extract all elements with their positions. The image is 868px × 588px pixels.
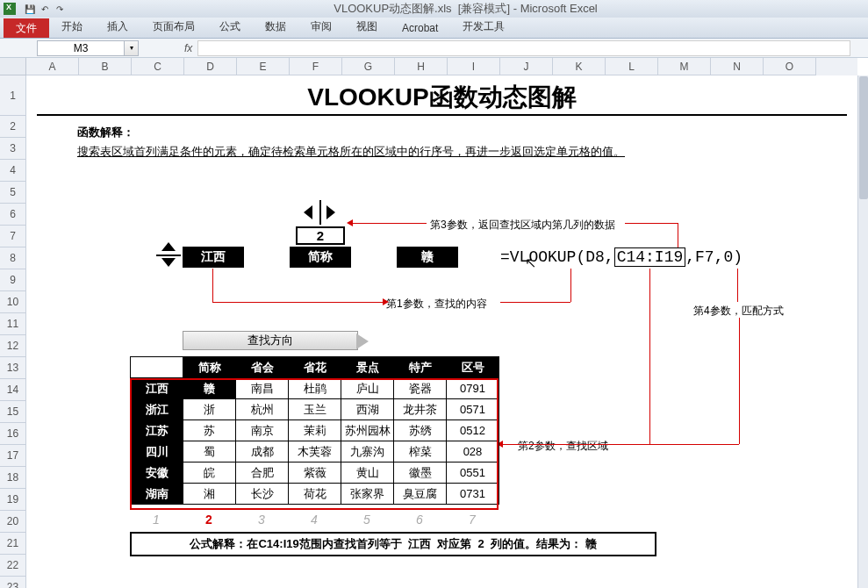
quick-access-toolbar: 💾 ↶ ↷ bbox=[23, 2, 67, 16]
formula-bar[interactable] bbox=[197, 40, 850, 56]
spin-left-icon[interactable] bbox=[304, 205, 312, 219]
table-header: 景点 bbox=[341, 357, 394, 378]
fx-buttons: fx bbox=[181, 42, 192, 54]
col-header[interactable]: H bbox=[395, 58, 448, 75]
row-header[interactable]: 2 bbox=[0, 116, 26, 138]
row-header[interactable]: 10 bbox=[0, 291, 26, 313]
row-header[interactable]: 1 bbox=[0, 75, 26, 116]
direction-arrow-icon bbox=[356, 333, 369, 349]
direction-label: 查找方向 bbox=[183, 331, 358, 350]
lookup-table: 简称 省会 省花 景点 特产 区号 江西 赣 南昌杜鹃庐山瓷器0791 浙江浙杭… bbox=[130, 356, 499, 505]
row-header[interactable]: 7 bbox=[0, 226, 26, 247]
cursor-icon: ↖ bbox=[525, 255, 536, 271]
tab-view[interactable]: 视图 bbox=[344, 16, 390, 38]
row-header[interactable]: 21 bbox=[0, 533, 26, 555]
result-explanation: 公式解释：在C14:I19范围内查找首列等于 江西 对应第 2 列的值。结果为：… bbox=[130, 532, 656, 556]
page-title: VLOOKUP函数动态图解 bbox=[37, 75, 847, 116]
tab-data[interactable]: 数据 bbox=[253, 16, 298, 38]
table-header: 省花 bbox=[289, 357, 341, 378]
tab-page-layout[interactable]: 页面布局 bbox=[140, 16, 207, 38]
column-numbers: 1 2 3 4 5 6 7 bbox=[130, 513, 499, 527]
save-icon[interactable]: 💾 bbox=[23, 2, 37, 16]
row-header[interactable]: 16 bbox=[0, 423, 26, 445]
row-headers: 1 2 3 4 5 6 7 8 9 10 11 12 13 14 15 16 1… bbox=[0, 75, 26, 588]
anno-param3: 第3参数，返回查找区域内第几列的数据 bbox=[430, 218, 615, 233]
spin-down-icon[interactable] bbox=[161, 258, 176, 267]
table-row: 浙江浙杭州玉兰西湖龙井茶0571 bbox=[131, 399, 499, 420]
redo-icon[interactable]: ↷ bbox=[53, 2, 67, 16]
row-header[interactable]: 15 bbox=[0, 401, 26, 423]
vertical-scrollbar[interactable] bbox=[857, 75, 868, 588]
tab-home[interactable]: 开始 bbox=[49, 16, 95, 38]
col-header[interactable]: K bbox=[553, 58, 606, 75]
col-header[interactable]: E bbox=[237, 58, 290, 75]
name-box[interactable]: M3 bbox=[37, 40, 125, 56]
row-header[interactable]: 3 bbox=[0, 138, 26, 160]
anno-param1: 第1参数，查找的内容 bbox=[386, 297, 487, 312]
table-row: 安徽皖合肥紫薇黄山徽墨0551 bbox=[131, 463, 499, 484]
table-header: 简称 bbox=[183, 357, 236, 378]
tab-acrobat[interactable]: Acrobat bbox=[390, 18, 450, 38]
select-all-corner[interactable] bbox=[0, 58, 26, 75]
result-value-box: 赣 bbox=[397, 247, 458, 268]
col-header[interactable]: D bbox=[184, 58, 237, 75]
fx-icon[interactable]: fx bbox=[184, 42, 192, 54]
scrollbar-thumb[interactable] bbox=[859, 76, 868, 199]
row-header[interactable]: 4 bbox=[0, 160, 26, 182]
col-header[interactable]: J bbox=[500, 58, 553, 75]
param1-value: 江西 bbox=[183, 247, 244, 268]
spinner-divider-v bbox=[319, 200, 321, 225]
file-tab[interactable]: 文件 bbox=[4, 18, 49, 38]
ribbon: 文件 开始 插入 页面布局 公式 数据 审阅 视图 Acrobat 开发工具 bbox=[0, 18, 868, 39]
col-header[interactable]: A bbox=[26, 58, 79, 75]
col-header[interactable]: M bbox=[658, 58, 711, 75]
row-header[interactable]: 17 bbox=[0, 445, 26, 467]
window-title: VLOOKUP动态图解.xls [兼容模式] - Microsoft Excel bbox=[67, 1, 864, 17]
col-header[interactable]: G bbox=[342, 58, 395, 75]
excel-icon bbox=[4, 3, 16, 15]
tab-developer[interactable]: 开发工具 bbox=[450, 16, 517, 38]
tab-formulas[interactable]: 公式 bbox=[207, 16, 253, 38]
anno-param2: 第2参数，查找区域 bbox=[518, 439, 608, 454]
table-header: 区号 bbox=[447, 357, 499, 378]
spreadsheet-grid: A B C D E F G H I J K L M N O 1 2 3 4 5 … bbox=[0, 58, 868, 588]
sheet-canvas[interactable]: VLOOKUP函数动态图解 函数解释： 搜索表区域首列满足条件的元素，确定待检索… bbox=[26, 75, 857, 588]
undo-icon[interactable]: ↶ bbox=[38, 2, 52, 16]
table-header bbox=[131, 357, 183, 378]
tab-insert[interactable]: 插入 bbox=[95, 16, 140, 38]
row-header[interactable]: 12 bbox=[0, 335, 26, 357]
row-header[interactable]: 9 bbox=[0, 269, 26, 291]
col-header[interactable]: C bbox=[132, 58, 184, 75]
row-header[interactable]: 11 bbox=[0, 313, 26, 335]
row-header[interactable]: 13 bbox=[0, 357, 26, 379]
tab-review[interactable]: 审阅 bbox=[298, 16, 344, 38]
spin-up-icon[interactable] bbox=[161, 242, 176, 251]
column-headers: A B C D E F G H I J K L M N O bbox=[26, 58, 857, 75]
row-header[interactable]: 14 bbox=[0, 379, 26, 401]
col-header[interactable]: F bbox=[290, 58, 342, 75]
col-header[interactable]: I bbox=[448, 58, 500, 75]
section-text: 搜索表区域首列满足条件的元素，确定待检索单元格所在的区域中的行序号，再进一步返回… bbox=[77, 144, 857, 160]
col-header[interactable]: O bbox=[764, 58, 816, 75]
section-label: 函数解释： bbox=[77, 125, 857, 140]
col-header[interactable]: N bbox=[711, 58, 764, 75]
row-header[interactable]: 20 bbox=[0, 511, 26, 533]
row-header[interactable]: 23 bbox=[0, 577, 26, 588]
table-row: 江西 赣 南昌杜鹃庐山瓷器0791 bbox=[131, 378, 499, 399]
table-header: 省会 bbox=[236, 357, 289, 378]
name-box-dropdown[interactable]: ▾ bbox=[125, 40, 139, 56]
row-header[interactable]: 18 bbox=[0, 467, 26, 489]
param3-num: 2 bbox=[296, 226, 345, 245]
title-bar: 💾 ↶ ↷ VLOOKUP动态图解.xls [兼容模式] - Microsoft… bbox=[0, 0, 868, 18]
row-header[interactable]: 22 bbox=[0, 555, 26, 577]
spin-right-icon[interactable] bbox=[326, 205, 335, 219]
row-header[interactable]: 5 bbox=[0, 182, 26, 204]
row-header[interactable]: 19 bbox=[0, 489, 26, 511]
table-row: 四川蜀成都木芙蓉九寨沟榨菜028 bbox=[131, 441, 499, 463]
spinner-divider bbox=[156, 255, 181, 256]
param3-label: 简称 bbox=[290, 247, 351, 268]
row-header[interactable]: 6 bbox=[0, 204, 26, 226]
col-header[interactable]: B bbox=[79, 58, 132, 75]
col-header[interactable]: L bbox=[606, 58, 658, 75]
row-header[interactable]: 8 bbox=[0, 247, 26, 269]
